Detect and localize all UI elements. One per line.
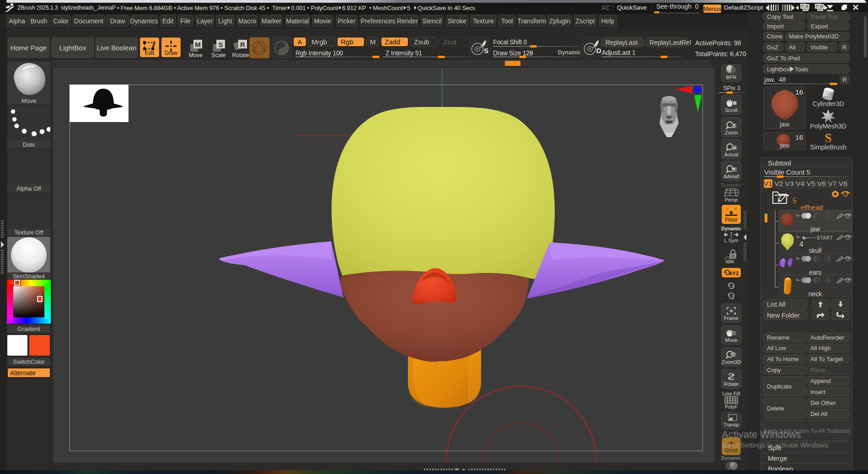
- svg-text:S: S: [484, 47, 488, 54]
- svg-text:X: X: [726, 207, 729, 211]
- svg-text:x1: x1: [732, 146, 736, 150]
- svg-text:Y: Y: [730, 207, 733, 211]
- svg-text:M: M: [195, 41, 201, 48]
- svg-text:S: S: [825, 132, 831, 144]
- svg-text:Z: Z: [734, 207, 737, 211]
- svg-text:D: D: [596, 47, 601, 54]
- svg-text:START: START: [817, 235, 833, 240]
- svg-text:Z: Z: [732, 295, 734, 300]
- svg-text:S: S: [218, 41, 223, 48]
- svg-text:XYZ: XYZ: [729, 270, 739, 276]
- svg-text:Y: Y: [732, 285, 735, 290]
- svg-text:R: R: [240, 41, 245, 48]
